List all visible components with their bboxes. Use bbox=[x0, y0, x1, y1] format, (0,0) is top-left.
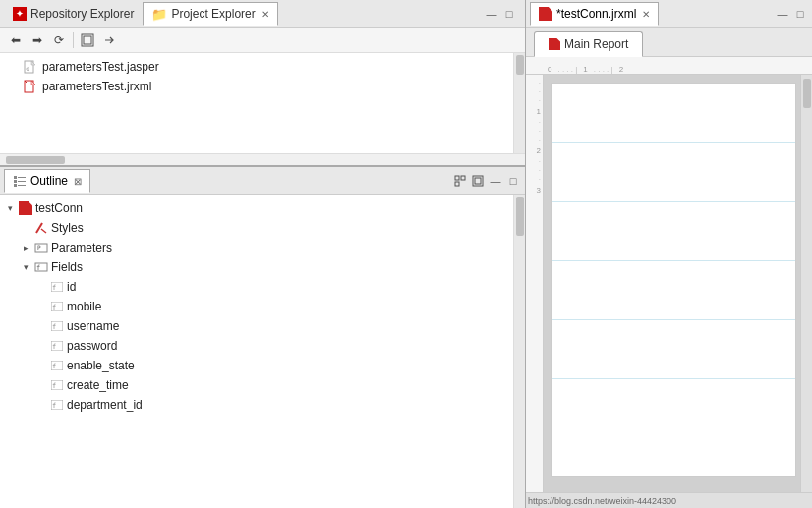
tree-node-field-mobile[interactable]: f mobile bbox=[0, 297, 525, 316]
outline-tab-close[interactable]: ⊠ bbox=[74, 176, 82, 187]
tree-label-department-id: department_id bbox=[67, 398, 143, 412]
tree-label-id: id bbox=[67, 280, 76, 294]
expand-arrow-testconn[interactable] bbox=[4, 202, 16, 214]
outline-ctrl-1[interactable] bbox=[452, 173, 468, 189]
tab-editor-jrxml[interactable]: *testConn.jrxml ✕ bbox=[530, 2, 659, 26]
outline-tab-icon bbox=[13, 174, 27, 188]
ruler-mark-0: 0 bbox=[544, 65, 551, 74]
ruler-left-num1: 1 bbox=[537, 107, 541, 116]
file-list-scrollbar[interactable] bbox=[513, 53, 525, 153]
back-button[interactable]: ⬅ bbox=[6, 30, 26, 50]
svg-rect-1 bbox=[84, 36, 91, 44]
vertical-scrollbar[interactable] bbox=[800, 75, 812, 492]
tab-project-explorer[interactable]: 📁 Project Explorer ✕ bbox=[143, 2, 277, 26]
outline-section: Outline ⊠ — □ testConn bbox=[0, 167, 525, 508]
expand-arrow-fields[interactable] bbox=[20, 261, 31, 273]
no-arrow bbox=[35, 301, 47, 312]
grid-line-5 bbox=[552, 378, 795, 379]
field-password-icon: f bbox=[50, 339, 64, 353]
field-enable-state-icon: f bbox=[50, 359, 64, 372]
refresh-button[interactable]: ⟳ bbox=[49, 30, 69, 50]
svg-rect-14 bbox=[455, 176, 459, 180]
svg-rect-16 bbox=[455, 182, 459, 186]
field-department-id-icon: f bbox=[50, 398, 64, 412]
outline-maximize[interactable]: □ bbox=[505, 173, 521, 189]
collapse-button[interactable] bbox=[78, 30, 97, 50]
editor-minimize[interactable]: — bbox=[775, 6, 790, 22]
ruler-dots-2: . . . . | bbox=[588, 65, 619, 74]
expand-arrow-parameters[interactable] bbox=[20, 242, 31, 254]
left-panel: ✦ Repository Explorer 📁 Project Explorer… bbox=[0, 0, 526, 508]
jasper-file-icon: ⚙ bbox=[24, 60, 37, 74]
tree-node-styles[interactable]: Styles bbox=[0, 218, 525, 238]
ruler-left-num2: 2 bbox=[537, 146, 541, 155]
svg-text:f: f bbox=[52, 363, 56, 370]
editor-maximize[interactable]: □ bbox=[792, 6, 808, 22]
svg-rect-8 bbox=[14, 176, 17, 179]
bottom-scrollbar[interactable]: https://blog.csdn.net/weixin-44424300 bbox=[526, 492, 812, 508]
explorer-tab-bar: ✦ Repository Explorer 📁 Project Explorer… bbox=[0, 0, 525, 28]
canvas-area: 0 . . . . | 1 . . . . | 2 . . . 1 . . . … bbox=[526, 57, 812, 508]
editor-tab-close-icon[interactable]: ✕ bbox=[642, 9, 650, 20]
svg-text:f: f bbox=[52, 304, 56, 311]
ruler-left-3: . bbox=[539, 116, 541, 125]
svg-text:f: f bbox=[52, 402, 56, 410]
no-arrow bbox=[35, 399, 47, 411]
no-arrow bbox=[35, 379, 47, 391]
minimize-button[interactable]: — bbox=[484, 6, 499, 22]
canvas-viewport[interactable] bbox=[544, 75, 812, 492]
tree-node-field-department-id[interactable]: f department_id bbox=[0, 395, 525, 415]
tree-node-field-username[interactable]: f username bbox=[0, 316, 525, 336]
outline-minimize[interactable]: — bbox=[488, 173, 503, 189]
horizontal-scrollbar[interactable] bbox=[0, 153, 525, 165]
svg-line-20 bbox=[41, 229, 46, 233]
tree-label-username: username bbox=[67, 319, 119, 333]
ruler-left-4: . bbox=[539, 125, 541, 134]
maximize-button[interactable]: □ bbox=[501, 6, 517, 22]
list-item[interactable]: ⚙ parametersTest.jasper bbox=[0, 57, 525, 77]
report-tabs-bar: Main Report bbox=[526, 28, 812, 57]
no-arrow bbox=[35, 320, 47, 332]
list-item[interactable]: parametersTest.jrxml bbox=[0, 77, 525, 96]
grid-line-4 bbox=[552, 319, 795, 320]
editor-controls: — □ bbox=[775, 6, 808, 22]
tree-node-field-id[interactable]: f id bbox=[0, 277, 525, 297]
outline-tree: testConn Styles P bbox=[0, 195, 525, 508]
tree-node-field-password[interactable]: f password bbox=[0, 336, 525, 356]
ruler-left-8: . bbox=[539, 173, 541, 182]
tree-label-fields: Fields bbox=[51, 260, 83, 274]
tree-node-field-create-time[interactable]: f create_time bbox=[0, 375, 525, 395]
tree-label-mobile: mobile bbox=[67, 300, 101, 313]
repo-icon: ✦ bbox=[13, 7, 27, 21]
tab-repository-explorer[interactable]: ✦ Repository Explorer bbox=[4, 2, 143, 26]
svg-text:f: f bbox=[52, 343, 56, 351]
tab-repository-label: Repository Explorer bbox=[30, 7, 134, 21]
tree-label-parameters: Parameters bbox=[51, 241, 112, 254]
link-button[interactable] bbox=[99, 30, 119, 50]
no-arrow bbox=[35, 281, 47, 293]
jrxml-editor-icon bbox=[539, 7, 552, 21]
outline-controls: — □ bbox=[452, 173, 521, 189]
jasper-filename: parametersTest.jasper bbox=[42, 60, 159, 74]
expand-arrow-styles bbox=[20, 222, 31, 234]
tree-label-enable-state: enable_state bbox=[67, 359, 135, 372]
parameters-icon: P bbox=[34, 241, 48, 254]
tab-main-report[interactable]: Main Report bbox=[534, 31, 643, 57]
tree-node-field-enable-state[interactable]: f enable_state bbox=[0, 356, 525, 375]
field-create-time-icon: f bbox=[50, 378, 64, 392]
tree-node-fields[interactable]: f Fields bbox=[0, 257, 525, 277]
fields-icon: f bbox=[34, 260, 48, 274]
forward-button[interactable]: ➡ bbox=[28, 30, 47, 50]
field-username-icon: f bbox=[50, 319, 64, 333]
outline-ctrl-2[interactable] bbox=[470, 173, 486, 189]
no-arrow bbox=[35, 360, 47, 371]
tab-close-icon[interactable]: ✕ bbox=[261, 9, 269, 20]
tree-node-parameters[interactable]: P Parameters bbox=[0, 238, 525, 257]
outline-scrollbar[interactable] bbox=[513, 195, 525, 508]
tree-node-testconn[interactable]: testConn bbox=[0, 198, 525, 218]
editor-tab-label: *testConn.jrxml bbox=[556, 7, 636, 21]
tree-label-password: password bbox=[67, 339, 117, 353]
svg-line-19 bbox=[36, 223, 42, 233]
field-mobile-icon: f bbox=[50, 300, 64, 313]
tab-outline[interactable]: Outline ⊠ bbox=[4, 169, 90, 193]
